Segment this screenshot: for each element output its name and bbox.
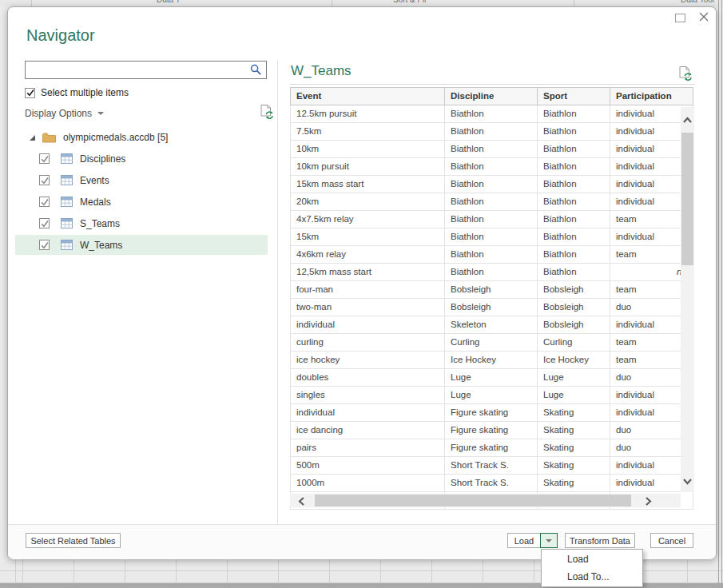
- tree-item-label: Disciplines: [80, 153, 125, 165]
- checkmark-icon: [41, 241, 49, 249]
- table-cell: Figure skating: [445, 422, 538, 439]
- horizontal-scrollbar[interactable]: [290, 494, 681, 507]
- load-dropdown-menu: Load Load To...: [541, 549, 643, 587]
- table-row: four-manBobsleighBobsleighteam: [291, 281, 693, 299]
- table-cell: Skeleton: [445, 316, 538, 333]
- table-cell: Luge: [445, 387, 538, 403]
- tree-item-disciplines[interactable]: Disciplines: [15, 149, 268, 169]
- maximize-button[interactable]: [673, 12, 686, 23]
- table-cell: 20km: [291, 193, 445, 210]
- table-cell: 4x7.5km relay: [291, 211, 445, 228]
- select-multiple-row[interactable]: Select multiple items: [25, 87, 129, 98]
- table-cell: Skating: [538, 422, 610, 439]
- table-cell: Biathlon: [445, 228, 538, 245]
- excel-ribbon-sliver: Data T Sort & Fil Data Tool: [0, 0, 723, 6]
- search-input[interactable]: [30, 62, 251, 79]
- expand-collapse-icon[interactable]: [29, 134, 36, 141]
- select-related-tables-button[interactable]: Select Related Tables: [26, 533, 121, 548]
- ribbon-group-label: Data Tool: [681, 0, 714, 4]
- table-row: 15km mass startBiathlonBiathlonindividua…: [291, 176, 693, 193]
- column-header-discipline: Discipline: [445, 88, 538, 105]
- scroll-down-icon[interactable]: [682, 474, 693, 488]
- table-cell: Biathlon: [445, 211, 538, 228]
- cancel-button[interactable]: Cancel: [650, 533, 693, 548]
- menu-item-load[interactable]: Load: [542, 550, 642, 568]
- table-cell: Biathlon: [445, 246, 538, 263]
- table-cell: Bobsleigh: [538, 281, 610, 298]
- table-cell: 10km pursuit: [291, 158, 445, 175]
- tree-item-checkbox[interactable]: [39, 175, 50, 185]
- table-cell: Figure skating: [445, 439, 538, 456]
- table-cell: Biathlon: [538, 105, 610, 122]
- table-cell: 4x6km relay: [291, 246, 445, 263]
- refresh-preview-button[interactable]: [678, 66, 693, 85]
- table-cell: Biathlon: [538, 246, 610, 263]
- table-row: ice hockeyIce HockeyIce Hockeyteam: [291, 352, 693, 369]
- button-label: Transform Data: [570, 536, 630, 546]
- table-cell: pairs: [291, 439, 445, 456]
- table-cell: Bobsleigh: [538, 316, 610, 333]
- vertical-scrollbar[interactable]: [681, 107, 694, 492]
- ribbon-divider: [332, 0, 332, 6]
- table-cell: Skating: [538, 475, 610, 491]
- folder-icon: [42, 133, 56, 143]
- table-cell: Curling: [445, 334, 538, 351]
- table-cell: Luge: [538, 387, 610, 403]
- scroll-up-icon[interactable]: [682, 113, 693, 127]
- tree-item-checkbox[interactable]: [39, 218, 50, 228]
- table-cell: four-man: [291, 281, 445, 298]
- tree-item-label: Events: [80, 175, 109, 186]
- tree-item-w_teams[interactable]: W_Teams: [15, 235, 268, 255]
- search-box[interactable]: [25, 61, 267, 79]
- table-cell: 12.5km pursuit: [291, 105, 445, 122]
- table-row: two-manBobsleighBobsleighduo: [291, 299, 693, 316]
- vertical-scroll-thumb[interactable]: [681, 133, 693, 265]
- table-cell: Curling: [538, 334, 610, 351]
- table-row: 1000mShort Track S.Skatingindividual: [291, 475, 693, 492]
- panel-divider: [277, 60, 278, 525]
- load-button[interactable]: Load: [507, 533, 541, 548]
- table-row: individualSkeletonBobsleighindividual: [291, 316, 693, 334]
- menu-item-load-to[interactable]: Load To...: [542, 568, 642, 586]
- table-cell: 12,5km mass start: [291, 264, 445, 280]
- search-icon[interactable]: [250, 64, 262, 79]
- screen: Data T Sort & Fil Data Tool Navigator: [0, 0, 723, 588]
- tree-item-checkbox[interactable]: [39, 153, 50, 164]
- tree-root-database[interactable]: olympicmedals.accdb [5]: [8, 129, 168, 146]
- table-cell: Biathlon: [445, 158, 538, 175]
- dialog-title: Navigator: [26, 26, 95, 45]
- chevron-down-icon: [97, 112, 104, 115]
- tree-item-s_teams[interactable]: S_Teams: [15, 213, 268, 233]
- tree-item-medals[interactable]: Medals: [15, 192, 268, 212]
- tree-item-checkbox[interactable]: [39, 197, 50, 207]
- table-cell: Biathlon: [445, 264, 538, 280]
- tree-item-label: Medals: [80, 197, 111, 208]
- select-multiple-label: Select multiple items: [41, 87, 129, 98]
- ribbon-divider: [31, 0, 32, 6]
- excel-column-line: [721, 0, 722, 588]
- column-header-event: Event: [291, 88, 445, 105]
- refresh-page-icon: [260, 104, 274, 120]
- horizontal-scroll-thumb[interactable]: [315, 495, 631, 507]
- scroll-right-icon[interactable]: [645, 495, 652, 510]
- tree-item-checkbox[interactable]: [39, 240, 50, 250]
- table-row: singlesLugeLugeindividual: [291, 387, 693, 404]
- table-cell: Ice Hockey: [538, 352, 610, 368]
- table-cell: ice hockey: [291, 352, 445, 368]
- close-icon: [697, 10, 711, 24]
- refresh-preview-button[interactable]: [260, 104, 274, 123]
- display-options-dropdown[interactable]: Display Options: [25, 108, 104, 119]
- close-button[interactable]: [697, 10, 711, 24]
- table-cell: two-man: [291, 299, 445, 316]
- scroll-left-icon[interactable]: [298, 495, 305, 510]
- transform-data-button[interactable]: Transform Data: [565, 533, 635, 548]
- table-row: 20kmBiathlonBiathlonindividual: [291, 193, 693, 211]
- load-split-arrow-button[interactable]: [540, 533, 558, 548]
- table-row: 10km pursuitBiathlonBiathlonindividual: [291, 158, 693, 176]
- table-row: individualFigure skatingSkatingindividua…: [291, 404, 693, 422]
- select-multiple-checkbox[interactable]: [25, 88, 35, 98]
- table-row: 4x6km relayBiathlonBiathlonteam: [291, 246, 693, 264]
- button-label: Load: [514, 536, 534, 546]
- tree-item-events[interactable]: Events: [15, 170, 268, 190]
- table-icon: [61, 240, 73, 250]
